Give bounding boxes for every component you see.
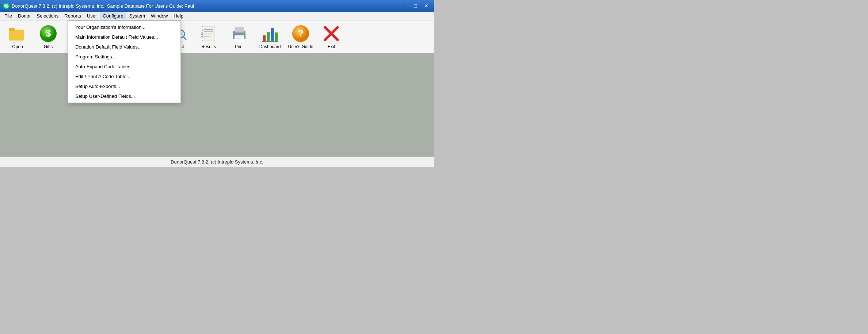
- menu-selections[interactable]: Selections: [34, 12, 61, 19]
- menu-reports[interactable]: Reports: [61, 12, 84, 19]
- menu-user[interactable]: User: [84, 12, 100, 19]
- gifts-button[interactable]: $ Gifts: [34, 22, 63, 51]
- results-icon: [199, 24, 218, 43]
- menu-setup-user-fields[interactable]: Setup User-Defined Fields...: [68, 91, 180, 101]
- exit-button[interactable]: Exit: [317, 22, 346, 51]
- dashboard-icon: [261, 24, 279, 43]
- svg-text:DQ: DQ: [4, 4, 9, 8]
- users-guide-label: User's Guide: [288, 44, 313, 49]
- menu-help[interactable]: Help: [171, 12, 186, 19]
- menu-window[interactable]: Window: [148, 12, 171, 19]
- svg-rect-40: [202, 26, 215, 41]
- menu-donor[interactable]: Donor: [15, 12, 34, 19]
- menu-donation-defaults[interactable]: Donation Default Field Values...: [68, 42, 180, 52]
- close-button[interactable]: ✕: [422, 2, 431, 9]
- minimize-button[interactable]: ─: [400, 2, 409, 9]
- svg-rect-4: [9, 28, 15, 31]
- menu-system[interactable]: System: [126, 12, 148, 19]
- open-button[interactable]: Open: [3, 22, 32, 51]
- menu-main-info[interactable]: Main Information Default Field Values...: [68, 32, 180, 42]
- svg-line-39: [183, 37, 186, 39]
- maximize-button[interactable]: □: [411, 2, 420, 9]
- window-title: DonorQuest 7.8.2, (c) Intrepid Systems, …: [12, 3, 194, 9]
- menu-auto-expand[interactable]: Auto-Expand Code Tables: [68, 62, 180, 72]
- users-guide-button[interactable]: ? User's Guide: [286, 22, 315, 51]
- configure-dropdown-menu: Your Organization's Information... Main …: [68, 20, 181, 103]
- app-window: DQ DonorQuest 7.8.2, (c) Intrepid System…: [0, 0, 434, 167]
- dashboard-label: Dashboard: [259, 44, 281, 49]
- svg-rect-53: [243, 32, 245, 34]
- gifts-label: Gifts: [44, 44, 53, 49]
- menu-file[interactable]: File: [1, 12, 15, 19]
- svg-rect-59: [275, 32, 278, 41]
- svg-point-48: [201, 34, 203, 37]
- print-label: Print: [235, 44, 244, 49]
- title-bar-left: DQ DonorQuest 7.8.2, (c) Intrepid System…: [3, 3, 194, 9]
- print-icon: [230, 24, 248, 43]
- svg-point-46: [201, 27, 203, 29]
- open-icon: [8, 24, 27, 43]
- title-bar: DQ DonorQuest 7.8.2, (c) Intrepid System…: [0, 0, 434, 12]
- svg-rect-51: [235, 27, 244, 32]
- main-content: [0, 53, 434, 167]
- svg-rect-57: [267, 32, 270, 41]
- exit-label: Exit: [328, 44, 335, 49]
- svg-rect-56: [263, 35, 266, 41]
- window-controls: ─ □ ✕: [400, 2, 431, 9]
- status-bar: DonorQuest 7.8.2, (c) Intrepid Systems, …: [0, 157, 434, 167]
- menu-setup-auto-exports[interactable]: Setup Auto-Exports...: [68, 81, 180, 91]
- menu-program-settings[interactable]: Program Settings...: [68, 52, 180, 62]
- menu-edit-print[interactable]: Edit / Print A Code Table...: [68, 72, 180, 81]
- svg-rect-52: [235, 35, 244, 42]
- menu-org-info[interactable]: Your Organization's Information...: [68, 22, 180, 32]
- svg-text:$: $: [46, 28, 51, 39]
- toolbar: Open $ Gifts: [0, 20, 434, 53]
- svg-point-49: [201, 38, 203, 40]
- users-guide-icon: ?: [292, 24, 310, 43]
- svg-text:?: ?: [298, 28, 304, 39]
- dashboard-button[interactable]: Dashboard: [255, 22, 285, 51]
- svg-point-47: [201, 31, 203, 33]
- results-label: Results: [201, 44, 216, 49]
- app-icon: DQ: [3, 3, 9, 9]
- results-button[interactable]: Results: [194, 22, 223, 51]
- status-text: DonorQuest 7.8.2, (c) Intrepid Systems, …: [171, 159, 263, 165]
- exit-icon: [322, 24, 340, 43]
- svg-rect-58: [271, 28, 274, 41]
- menu-bar: File Donor Selections Reports User Confi…: [0, 12, 434, 20]
- open-label: Open: [12, 44, 23, 49]
- menu-configure[interactable]: Configure: [100, 12, 126, 19]
- print-button[interactable]: Print: [225, 22, 254, 51]
- gifts-icon: $: [39, 24, 57, 43]
